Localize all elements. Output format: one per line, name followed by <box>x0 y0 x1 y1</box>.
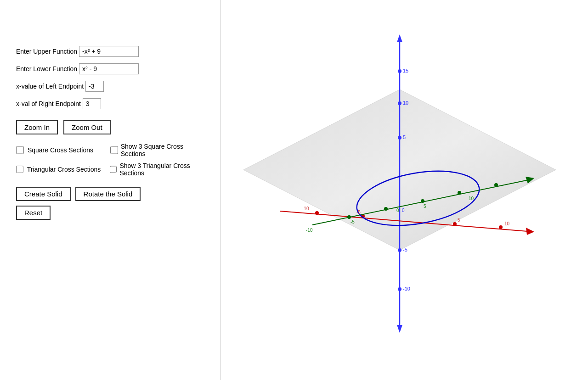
reset-row: Reset <box>16 206 204 220</box>
z-label-neg10: -10 <box>403 286 410 291</box>
z-label-5: 5 <box>403 134 406 140</box>
z-tick-neg5 <box>398 248 401 252</box>
show-square-cross-checkbox[interactable] <box>110 146 118 154</box>
show-triangular-cross-checkbox[interactable] <box>110 165 117 173</box>
y-axis-tick-4 <box>499 225 503 229</box>
show-square-cross-label: Show 3 Square Cross Sections <box>121 143 204 157</box>
right-panel: 15 10 5 -5 -10 -10 -5 5 10 -10 -5 5 10 0… <box>220 0 588 380</box>
y-label-neg5: -5 <box>356 210 361 215</box>
lower-function-label: Enter Lower Function <box>16 65 77 73</box>
upper-function-row: Enter Upper Function <box>16 46 204 57</box>
lower-function-input[interactable] <box>79 63 139 74</box>
square-cross-checkbox[interactable] <box>16 146 24 154</box>
y-label-neg10: -10 <box>302 206 309 211</box>
zoom-buttons-row: Zoom In Zoom Out <box>16 120 204 134</box>
z-tick-10 <box>398 101 401 105</box>
z-label-10: 10 <box>403 100 408 106</box>
left-endpoint-label: x-value of Left Endpoint <box>16 83 84 90</box>
left-endpoint-input[interactable] <box>85 81 104 92</box>
x-label-neg5: -5 <box>351 219 355 224</box>
x-axis-tick-1 <box>347 215 351 219</box>
x-axis-tick-3 <box>421 199 424 203</box>
show-triangular-check-group: Show 3 Triangular Cross Sections <box>110 162 204 177</box>
z-label-neg5: -5 <box>403 247 407 252</box>
y-axis-tick-3 <box>453 222 457 226</box>
x-label-0: 0 <box>396 208 399 213</box>
zoom-out-button[interactable]: Zoom Out <box>63 120 111 134</box>
x-label-10: 10 <box>469 196 474 201</box>
left-endpoint-row: x-value of Left Endpoint <box>16 81 204 92</box>
y-axis-tick-1 <box>315 211 319 215</box>
rotate-solid-button[interactable]: Rotate the Solid <box>75 187 141 201</box>
upper-function-input[interactable] <box>79 46 139 57</box>
triangular-cross-row: Triangular Cross Sections Show 3 Triangu… <box>16 162 204 177</box>
x-axis-tick-2 <box>384 207 388 211</box>
lower-function-row: Enter Lower Function <box>16 63 204 74</box>
show-triangular-cross-label: Show 3 Triangular Cross Sections <box>119 162 204 177</box>
z-tick-5 <box>398 136 401 140</box>
create-solid-button[interactable]: Create Solid <box>16 187 71 201</box>
left-panel: Enter Upper Function Enter Lower Functio… <box>0 0 220 380</box>
x-axis-tick-5 <box>494 183 498 187</box>
z-axis-arrow-up <box>397 34 402 42</box>
y-axis-arrow-right <box>526 228 534 235</box>
x-axis-tick-4 <box>458 191 461 195</box>
upper-function-label: Enter Upper Function <box>16 48 77 55</box>
y-label-5: 5 <box>458 218 460 223</box>
z-axis-arrow-down <box>397 325 402 333</box>
x-label-neg10: -10 <box>306 228 313 233</box>
show-square-check-group: Show 3 Square Cross Sections <box>110 143 204 157</box>
z-label-0: 0 <box>402 208 405 213</box>
z-tick-15 <box>398 69 401 73</box>
reset-button[interactable]: Reset <box>16 206 51 220</box>
right-endpoint-label: x-val of Right Endpoint <box>16 100 81 107</box>
x-label-5: 5 <box>424 204 426 209</box>
zoom-in-button[interactable]: Zoom In <box>16 120 58 134</box>
square-cross-row: Square Cross Sections Show 3 Square Cros… <box>16 143 204 157</box>
triangular-cross-label: Triangular Cross Sections <box>27 166 105 173</box>
right-endpoint-row: x-val of Right Endpoint <box>16 98 204 109</box>
3d-graph: 15 10 5 -5 -10 -10 -5 5 10 -10 -5 5 10 0… <box>220 0 588 380</box>
checkbox-section: Square Cross Sections Show 3 Square Cros… <box>16 143 204 177</box>
square-cross-label: Square Cross Sections <box>28 146 106 154</box>
action-buttons-row: Create Solid Rotate the Solid <box>16 187 204 201</box>
triangular-cross-checkbox[interactable] <box>16 165 23 173</box>
y-label-10: 10 <box>504 221 510 226</box>
right-endpoint-input[interactable] <box>83 98 101 109</box>
z-label-15: 15 <box>403 68 408 73</box>
z-tick-neg10 <box>398 287 401 291</box>
